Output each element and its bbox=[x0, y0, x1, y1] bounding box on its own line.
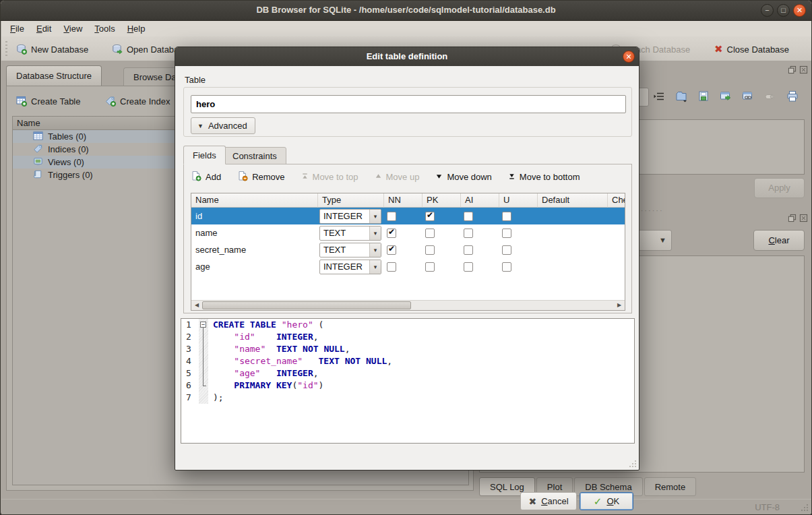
nn-checkbox[interactable] bbox=[387, 212, 396, 221]
type-dropdown[interactable]: TEXT▾ bbox=[319, 243, 381, 258]
link-cell-icon[interactable] bbox=[742, 90, 754, 102]
ok-button[interactable]: ✓ OK bbox=[580, 492, 633, 510]
pk-checkbox[interactable] bbox=[425, 212, 435, 221]
apply-button[interactable]: Apply bbox=[754, 178, 805, 198]
dock-close-icon[interactable] bbox=[799, 65, 808, 74]
dock-close-icon[interactable] bbox=[799, 214, 808, 222]
app-window: DB Browser for SQLite - /home/user/code/… bbox=[0, 0, 812, 515]
resize-grip[interactable] bbox=[807, 504, 808, 506]
menu-item-file[interactable]: File bbox=[4, 22, 30, 35]
move-to-bottom-button[interactable]: Move to bottom bbox=[508, 172, 580, 182]
ai-checkbox[interactable] bbox=[464, 229, 473, 238]
menu-item-help[interactable]: Help bbox=[121, 22, 152, 35]
field-pk-cell bbox=[423, 229, 461, 238]
fold-margin[interactable]: − bbox=[199, 319, 208, 331]
column-header-type[interactable]: Type bbox=[318, 193, 384, 208]
tab-fields[interactable]: Fields bbox=[183, 146, 226, 164]
dock-float-icon[interactable] bbox=[788, 65, 797, 74]
scrollbar-thumb[interactable] bbox=[202, 301, 411, 309]
close-window-button[interactable]: ✕ bbox=[793, 4, 806, 17]
menu-item-tools[interactable]: Tools bbox=[88, 22, 121, 35]
column-header-ai[interactable]: AI bbox=[461, 193, 499, 208]
sql-preview-editor[interactable]: 1−CREATE TABLE "hero" (2 "id" INTEGER,3 … bbox=[181, 318, 635, 444]
scroll-left-icon[interactable]: ◀ bbox=[191, 301, 202, 310]
export-cell-icon[interactable] bbox=[697, 90, 710, 102]
advanced-toggle-button[interactable]: ▼ Advanced bbox=[191, 117, 255, 134]
move-to-top-button[interactable]: Move to top bbox=[301, 172, 358, 182]
table-name-input[interactable] bbox=[191, 95, 626, 113]
ai-checkbox[interactable] bbox=[464, 262, 473, 272]
tab-database-structure[interactable]: Database Structure bbox=[6, 65, 102, 86]
horizontal-scrollbar[interactable]: ◀ ▶ bbox=[191, 300, 625, 310]
type-dropdown[interactable]: TEXT▾ bbox=[319, 226, 381, 241]
text-mode-icon[interactable] bbox=[653, 90, 665, 102]
cancel-button[interactable]: ✖ Cancel bbox=[520, 492, 577, 510]
type-dropdown[interactable]: INTEGER▾ bbox=[319, 209, 381, 224]
remove-button[interactable]: Remove bbox=[237, 171, 284, 183]
bottom-tab-remote[interactable]: Remote bbox=[644, 477, 697, 496]
fold-margin[interactable] bbox=[199, 392, 208, 404]
move-up-button[interactable]: Move up bbox=[375, 172, 420, 182]
new-database-button[interactable]: New Database bbox=[12, 40, 92, 58]
field-name-cell: age bbox=[191, 262, 318, 272]
tab-constraints[interactable]: Constraints bbox=[223, 147, 286, 164]
u-checkbox[interactable] bbox=[502, 229, 511, 238]
field-row-name[interactable]: nameTEXT▾ bbox=[191, 224, 625, 241]
u-checkbox[interactable] bbox=[502, 245, 511, 255]
fold-margin[interactable] bbox=[199, 343, 208, 355]
fold-margin[interactable] bbox=[199, 331, 208, 343]
minimize-button[interactable]: − bbox=[761, 4, 774, 17]
column-header-nn[interactable]: NN bbox=[384, 193, 423, 208]
ok-check-icon: ✓ bbox=[594, 495, 602, 508]
u-checkbox[interactable] bbox=[502, 262, 511, 272]
dock-float-icon[interactable] bbox=[788, 214, 797, 222]
fold-margin[interactable] bbox=[199, 380, 208, 392]
ai-checkbox[interactable] bbox=[464, 245, 473, 255]
type-dropdown[interactable]: INTEGER▾ bbox=[319, 260, 381, 274]
menu-item-view[interactable]: View bbox=[57, 22, 88, 35]
ai-checkbox[interactable] bbox=[464, 212, 473, 221]
column-header-name[interactable]: Name bbox=[191, 193, 318, 208]
open-in-app-icon[interactable] bbox=[720, 90, 732, 102]
sql-line: 1−CREATE TABLE "hero" ( bbox=[181, 319, 634, 331]
create-table-button[interactable]: Create Table bbox=[12, 92, 84, 110]
add-button[interactable]: Add bbox=[191, 171, 221, 183]
column-header-default[interactable]: Default bbox=[538, 193, 608, 208]
nn-checkbox[interactable] bbox=[387, 245, 396, 255]
import-cell-icon[interactable] bbox=[675, 90, 687, 102]
dialog-close-button[interactable]: ✕ bbox=[623, 51, 635, 63]
move-down-icon bbox=[435, 172, 443, 182]
pk-checkbox[interactable] bbox=[425, 262, 435, 272]
field-row-id[interactable]: idINTEGER▾ bbox=[191, 208, 625, 224]
nn-checkbox[interactable] bbox=[387, 229, 396, 238]
column-header-pk[interactable]: PK bbox=[423, 193, 461, 208]
dock-splitter-handle[interactable]: ······· bbox=[637, 206, 691, 214]
scroll-right-icon[interactable]: ▶ bbox=[614, 301, 625, 310]
create-table-label: Create Table bbox=[31, 96, 80, 107]
pk-checkbox[interactable] bbox=[425, 245, 435, 255]
fold-margin[interactable] bbox=[199, 355, 208, 367]
u-checkbox[interactable] bbox=[502, 212, 511, 221]
pk-checkbox[interactable] bbox=[425, 229, 435, 238]
dialog-titlebar[interactable]: Edit table definition bbox=[175, 47, 639, 66]
dialog-resize-grip[interactable] bbox=[635, 460, 636, 462]
move-down-button[interactable]: Move down bbox=[435, 172, 491, 182]
sql-code-text: "secret_name" TEXT NOT NULL, bbox=[208, 355, 392, 367]
column-header-check[interactable]: Check bbox=[608, 193, 625, 208]
toolbar-drag-handle[interactable] bbox=[5, 41, 7, 57]
menu-item-edit[interactable]: Edit bbox=[30, 22, 57, 35]
fold-margin[interactable] bbox=[199, 367, 208, 380]
move-up-icon bbox=[375, 172, 382, 182]
column-header-u[interactable]: U bbox=[499, 193, 538, 208]
create-index-button[interactable]: Create Index bbox=[101, 92, 174, 110]
titlebar[interactable]: DB Browser for SQLite - /home/user/code/… bbox=[1, 1, 811, 21]
clear-button[interactable]: Clear bbox=[753, 230, 805, 251]
maximize-button[interactable]: □ bbox=[777, 4, 790, 17]
field-row-secret_name[interactable]: secret_nameTEXT▾ bbox=[191, 241, 625, 258]
nn-checkbox[interactable] bbox=[387, 262, 396, 272]
print-cell-icon[interactable] bbox=[786, 90, 799, 102]
chevron-down-icon: ▾ bbox=[369, 210, 381, 223]
field-row-age[interactable]: ageINTEGER▾ bbox=[191, 258, 625, 275]
close-database-button[interactable]: ✖ Close Database bbox=[710, 40, 793, 58]
fold-collapse-icon[interactable]: − bbox=[200, 322, 206, 328]
